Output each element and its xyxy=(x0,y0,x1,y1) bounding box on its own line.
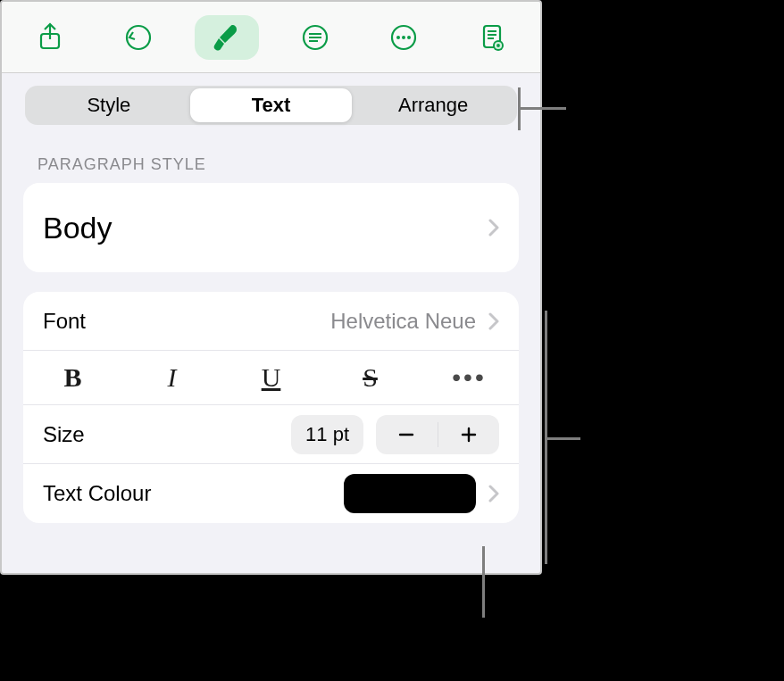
svg-point-8 xyxy=(396,36,400,39)
insert-icon xyxy=(299,21,331,54)
svg-point-9 xyxy=(402,36,405,39)
font-label: Font xyxy=(43,309,86,334)
section-header-paragraph-style: Paragraph Style xyxy=(2,125,540,183)
bold-button[interactable]: B xyxy=(23,351,122,404)
size-row: Size 11 pt xyxy=(23,405,519,464)
share-icon xyxy=(34,21,66,54)
undo-button[interactable] xyxy=(106,15,171,60)
strikethrough-button[interactable]: S xyxy=(321,351,420,404)
text-colour-label: Text Colour xyxy=(43,481,151,506)
insert-button[interactable] xyxy=(283,15,347,60)
text-colour-row[interactable]: Text Colour xyxy=(23,464,519,523)
share-button[interactable] xyxy=(18,15,82,60)
size-stepper xyxy=(376,415,499,454)
size-label: Size xyxy=(43,422,85,447)
ellipsis-circle-icon xyxy=(388,21,420,54)
plus-icon xyxy=(459,425,479,444)
chevron-right-icon xyxy=(488,485,499,502)
document-view-button[interactable] xyxy=(460,15,524,60)
minus-icon xyxy=(396,425,416,444)
font-value: Helvetica Neue xyxy=(330,309,476,334)
more-styles-button[interactable]: ••• xyxy=(420,351,519,404)
tab-text[interactable]: Text xyxy=(190,88,353,122)
callout-line xyxy=(518,107,566,110)
font-row[interactable]: Font Helvetica Neue xyxy=(23,292,519,351)
underline-button[interactable]: U xyxy=(221,351,321,404)
callout-line xyxy=(545,437,580,440)
more-button[interactable] xyxy=(371,15,436,60)
svg-point-10 xyxy=(407,36,411,39)
size-decrease-button[interactable] xyxy=(376,415,438,454)
chevron-right-icon xyxy=(488,312,499,330)
text-colour-swatch[interactable] xyxy=(344,474,476,513)
text-attributes-card: Font Helvetica Neue B I U S ••• Size 11 … xyxy=(23,292,519,523)
callout-line xyxy=(482,546,485,618)
chevron-right-icon xyxy=(488,219,499,237)
tab-arrange[interactable]: Arrange xyxy=(352,88,514,122)
text-style-row: B I U S ••• xyxy=(23,351,519,405)
segmented-control-wrap: Style Text Arrange xyxy=(2,73,540,125)
segmented-control: Style Text Arrange xyxy=(25,86,517,125)
italic-button[interactable]: I xyxy=(122,351,221,404)
format-panel: Style Text Arrange Paragraph Style Body … xyxy=(0,0,542,575)
tab-style[interactable]: Style xyxy=(28,88,190,122)
size-value[interactable]: 11 pt xyxy=(291,415,363,454)
size-increase-button[interactable] xyxy=(438,415,500,454)
paragraph-style-row[interactable]: Body xyxy=(23,183,519,272)
format-button[interactable] xyxy=(195,15,259,60)
svg-point-15 xyxy=(493,40,504,51)
doc-view-icon xyxy=(476,21,508,54)
paragraph-style-value: Body xyxy=(43,211,113,245)
brush-icon xyxy=(211,21,243,54)
main-toolbar xyxy=(2,2,540,73)
undo-icon xyxy=(122,21,154,54)
paragraph-style-card: Body xyxy=(23,183,519,272)
